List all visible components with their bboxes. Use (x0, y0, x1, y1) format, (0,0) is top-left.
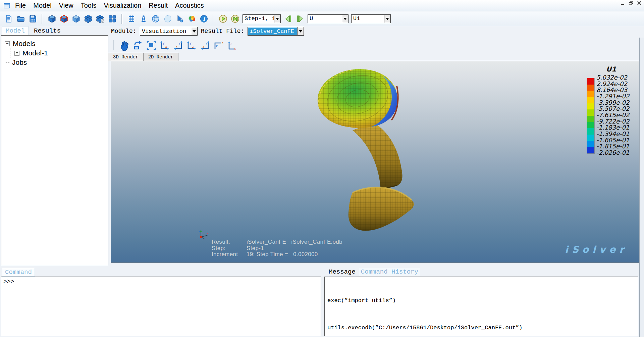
result-file-combo[interactable]: iSolver_CanFE (248, 27, 304, 36)
view-yx-icon[interactable]: Yx (171, 39, 185, 51)
contour-legend: U1 5.032e-02 2.924e-02 8.164e-03 -1.291e… (587, 65, 630, 156)
collapse-icon[interactable]: − (5, 41, 10, 46)
tab-command-history[interactable]: Command History (359, 268, 420, 276)
result-file-label: Result File: (201, 28, 245, 35)
chevron-down-icon[interactable] (191, 27, 197, 35)
sphere-mesh-icon[interactable] (150, 13, 161, 24)
increment-value: 19: Step Time = 0.002000 (247, 251, 318, 258)
tab-results[interactable]: Results (31, 27, 64, 35)
view-xy-icon[interactable]: Yx (158, 39, 171, 51)
open-file-icon[interactable] (15, 13, 26, 24)
increment-label: Increment (212, 251, 247, 258)
restore-icon[interactable] (628, 0, 634, 6)
fe-model-contour-plot (315, 66, 416, 234)
step-frame-combo[interactable]: Step-1, 1 (243, 14, 281, 23)
tree-item-label: Jobs (12, 58, 27, 66)
log-line: utils.execodb(”C:/Users/15861/Desktop/iS… (327, 323, 635, 332)
command-input-area[interactable]: >>> (1, 277, 321, 336)
next-frame-icon[interactable] (295, 13, 306, 24)
menu-visualization[interactable]: Visualization (100, 2, 145, 9)
cube-solid-icon[interactable] (47, 13, 57, 24)
save-icon[interactable] (28, 13, 38, 24)
chevron-down-icon[interactable] (342, 15, 348, 23)
previous-frame-icon[interactable] (283, 13, 293, 24)
tree-connector (5, 62, 9, 63)
tab-command[interactable]: Command (2, 268, 35, 277)
rotate-view-icon[interactable] (131, 39, 145, 51)
result-file-value: iSolver_CanFE (248, 28, 297, 35)
legend-value: -1.183e-01 (596, 125, 630, 131)
render-viewport[interactable]: U1 5.032e-02 2.924e-02 8.164e-03 -1.291e… (111, 61, 639, 263)
svg-text:x: x (222, 41, 223, 44)
module-label: Module: (111, 28, 137, 35)
view-xz-plane-icon[interactable]: xz (212, 39, 225, 51)
module-value: Visualization (140, 28, 191, 35)
query-cursor-icon[interactable]: ? (174, 13, 185, 24)
legend-value: -5.507e-02 (596, 106, 630, 112)
component-combo[interactable]: U1 (351, 14, 391, 23)
menu-acoustics[interactable]: Acoustics (171, 2, 208, 9)
legend-value: -9.722e-02 (596, 118, 630, 125)
info-icon[interactable]: i (199, 13, 209, 24)
orientation-triad-icon: Y x (198, 228, 209, 240)
close-icon[interactable] (636, 0, 643, 6)
expand-icon[interactable]: + (14, 51, 19, 56)
result-cloud-icon[interactable] (186, 13, 197, 24)
play-animation-icon[interactable] (218, 13, 228, 24)
legend-value: -1.291e-02 (596, 93, 630, 99)
fit-view-icon[interactable] (145, 39, 158, 51)
beam-ladder-icon[interactable] (126, 13, 137, 24)
tree-item-model-1[interactable]: + Model-1 (14, 48, 108, 58)
viewport-scroll-strip[interactable] (639, 38, 644, 337)
view-zx-icon[interactable]: Zx (225, 39, 238, 51)
tree-item-jobs[interactable]: Jobs (5, 58, 108, 67)
menu-file[interactable]: File (11, 2, 30, 9)
chevron-down-icon[interactable] (297, 27, 304, 35)
menu-result[interactable]: Result (145, 2, 171, 9)
sphere-cluster-icon[interactable] (83, 13, 94, 24)
view-yz-icon[interactable]: Yz (185, 39, 198, 51)
step-row: Step: Step-1 (212, 245, 342, 252)
chevron-down-icon[interactable] (384, 15, 390, 23)
step-value: Step-1 (247, 245, 264, 252)
window-grid-icon[interactable] (107, 13, 118, 24)
cube-shaded-icon[interactable] (71, 13, 82, 24)
tab-message[interactable]: Message (327, 268, 358, 276)
message-log[interactable]: exec(”import utils”) utils.execodb(”C:/U… (324, 277, 638, 336)
legend-value: -2.026e-01 (596, 150, 630, 156)
cube-red-edges-icon[interactable] (59, 13, 69, 24)
tab-3d-render[interactable]: 3D Render (108, 53, 144, 61)
model-results-tabs: Model Results (2, 26, 64, 35)
menu-view[interactable]: View (55, 2, 77, 9)
play-to-end-icon[interactable] (230, 13, 240, 24)
legend-labels: 5.032e-02 2.924e-02 8.164e-03 -1.291e-02… (596, 75, 630, 156)
result-row: Result: iSolver_CanFE iSolver_CanFE.odb (212, 239, 342, 245)
tab-model[interactable]: Model (2, 26, 29, 35)
tree-item-label: Model-1 (22, 49, 48, 57)
sphere-cluster-off-icon[interactable] (95, 13, 106, 24)
menu-model[interactable]: Model (30, 2, 55, 9)
result-variable-combo[interactable]: U (308, 14, 348, 23)
menu-tools[interactable]: Tools (77, 2, 100, 9)
tree-item-models[interactable]: − Models (5, 39, 108, 48)
beam-perspective-icon[interactable] (138, 13, 149, 24)
module-combo[interactable]: Visualization (140, 27, 198, 36)
svg-text:x: x (176, 45, 177, 48)
model-tree-panel: − Models + Model-1 Jobs (1, 35, 108, 265)
increment-row: Increment 19: Step Time = 0.002000 (212, 251, 342, 258)
result-variable-value: U (308, 15, 342, 22)
circle-icon[interactable] (162, 13, 173, 24)
tree-item-label: Models (13, 40, 36, 48)
module-bar: Module: Visualization Result File: iSolv… (109, 27, 305, 36)
step-label: Step: (212, 245, 247, 252)
isolver-watermark: iSolver (565, 244, 628, 255)
view-zy-icon[interactable]: Yz (198, 39, 212, 51)
tab-2d-render[interactable]: 2D Render (144, 53, 179, 61)
chevron-down-icon[interactable] (274, 15, 280, 23)
minimize-icon[interactable] (619, 0, 626, 6)
svg-text:Y: Y (190, 42, 192, 45)
menu-bar: File Model View Tools Visualization Resu… (0, 0, 644, 11)
legend-value: -1.605e-01 (596, 137, 630, 143)
pan-hand-icon[interactable] (118, 39, 131, 51)
new-file-icon[interactable] (3, 13, 14, 24)
